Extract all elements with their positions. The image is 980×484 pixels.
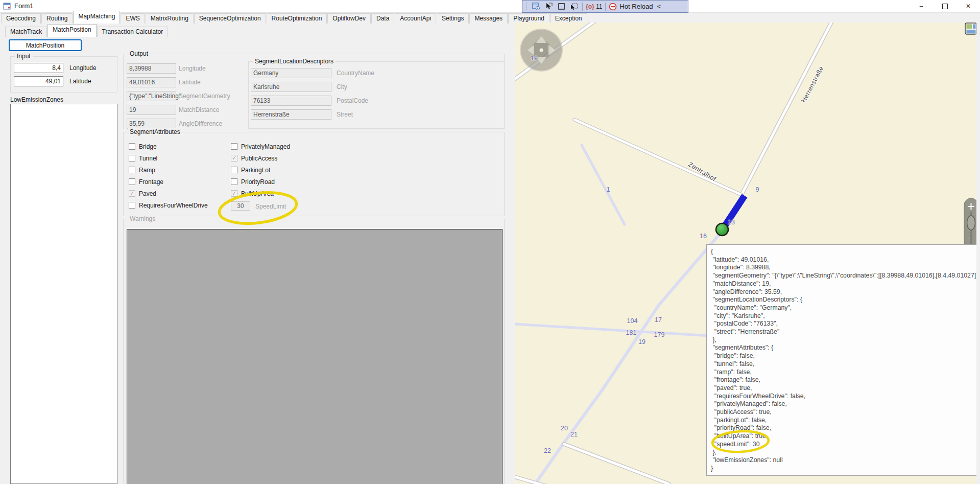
tab-optiflowdev[interactable]: OptiflowDev bbox=[327, 13, 371, 24]
tab-routeoptimization[interactable]: RouteOptimization bbox=[267, 13, 327, 24]
match-position-button[interactable]: MatchPosition bbox=[9, 39, 82, 51]
tab-settings[interactable]: Settings bbox=[437, 13, 469, 24]
map-pan-compass-control[interactable] bbox=[521, 30, 562, 71]
tab-sequenceoptimization[interactable]: SequenceOptimization bbox=[194, 13, 266, 24]
map-number-label-13: 13 bbox=[728, 219, 735, 226]
map-number-label-1: 1 bbox=[607, 186, 610, 193]
map-number-label-21: 21 bbox=[515, 73, 515, 80]
subtab-transaction-calculator[interactable]: Transaction Calculator bbox=[97, 27, 169, 37]
map-tooltip: { "latitude": 49.01016, "longitude": 8.3… bbox=[706, 244, 976, 476]
output-segmentgeometry-label: SegmentGeometry bbox=[179, 93, 230, 100]
hot-reload-disabled-icon bbox=[609, 3, 617, 11]
checkbox-tunnel[interactable] bbox=[129, 155, 135, 162]
checkbox-bridge[interactable] bbox=[129, 143, 135, 150]
checkbox-ramp[interactable] bbox=[129, 167, 135, 173]
map-number-label-19: 19 bbox=[531, 55, 538, 62]
sub-tab-strip: MatchTrackMatchPositionTransaction Calcu… bbox=[5, 26, 169, 37]
map-number-label-21: 21 bbox=[570, 431, 578, 438]
output-latitude-label: Latitude bbox=[179, 79, 201, 86]
checkbox-row-builtuparea: ✓BuiltUpArea bbox=[231, 190, 343, 198]
map-canvas[interactable]: 19211913161041718117919202122Herrenstraß… bbox=[515, 22, 976, 484]
output-matchdistance-field: 19 bbox=[127, 105, 176, 115]
checkbox-publicaccess: ✓ bbox=[231, 155, 237, 162]
map-number-label-181: 181 bbox=[626, 329, 637, 336]
checkbox-label-requiresfourwheeldrive: RequiresFourWheelDrive bbox=[139, 202, 208, 209]
map-number-label-17: 17 bbox=[655, 316, 662, 324]
tab-routing[interactable]: Routing bbox=[41, 13, 73, 24]
tab-matrixrouting[interactable]: MatrixRouting bbox=[146, 13, 194, 24]
main-tab-strip: GeocodingRoutingMapMatchingEWSMatrixRout… bbox=[1, 13, 588, 24]
tab-data[interactable]: Data bbox=[371, 13, 394, 24]
checkbox-privatelymanaged[interactable] bbox=[231, 143, 237, 150]
checkbox-parkinglot[interactable] bbox=[231, 167, 237, 173]
checkbox-label-ramp: Ramp bbox=[139, 167, 155, 174]
map-number-label-20: 20 bbox=[561, 425, 568, 432]
ui-debug-tools-icon[interactable] bbox=[531, 2, 541, 11]
track-focused-element-icon[interactable] bbox=[569, 2, 579, 11]
descriptor-postalcode-field: 76133 bbox=[251, 96, 331, 106]
descriptor-street-label: Street bbox=[337, 111, 353, 118]
checkbox-label-privatelymanaged: PrivatelyManaged bbox=[241, 143, 290, 150]
checkbox-row-requiresfourwheeldrive: RequiresFourWheelDrive bbox=[129, 201, 241, 210]
maximize-button[interactable] bbox=[933, 0, 957, 12]
output-longitude-label: Longitude bbox=[179, 65, 206, 72]
latitude-input[interactable]: 49,01 bbox=[14, 76, 63, 86]
output-longitude-field: 8,39988 bbox=[127, 63, 176, 74]
longitude-input[interactable]: 8,4 bbox=[14, 63, 63, 73]
checkbox-label-tunnel: Tunnel bbox=[139, 155, 157, 162]
matched-position-marker bbox=[716, 223, 728, 236]
checkbox-frontage[interactable] bbox=[129, 178, 135, 185]
low-emission-zones-listbox[interactable] bbox=[10, 104, 117, 484]
checkbox-label-publicaccess: PublicAccess bbox=[241, 155, 277, 162]
checkbox-label-priorityroad: PriorityRoad bbox=[241, 178, 275, 186]
map-number-label-104: 104 bbox=[627, 317, 638, 325]
maximize-icon bbox=[942, 4, 948, 9]
tab-accountapi[interactable]: AccountApi bbox=[395, 13, 436, 24]
low-emission-zones-label: LowEmissionZones bbox=[10, 96, 63, 103]
tab-messages[interactable]: Messages bbox=[469, 13, 508, 24]
tab-ews[interactable]: EWS bbox=[121, 13, 145, 24]
output-angledifference-field: 35,59 bbox=[127, 119, 176, 129]
tab-geocoding[interactable]: Geocoding bbox=[1, 13, 41, 24]
output-groupbox: Output 8,39988Longitude49,01016Latitude{… bbox=[123, 54, 505, 129]
segment-attributes-groupbox: SegmentAttributes BridgeTunnelRampFronta… bbox=[123, 132, 505, 216]
warnings-panel bbox=[127, 229, 503, 484]
title-bar: Form1 – ✕ bbox=[0, 0, 980, 13]
checkbox-row-paved: ✓Paved bbox=[129, 190, 241, 198]
toolbar-separator bbox=[582, 3, 583, 11]
checkbox-label-bridge: Bridge bbox=[139, 143, 157, 150]
checkbox-label-frontage: Frontage bbox=[139, 178, 163, 186]
minimize-button[interactable]: – bbox=[910, 0, 933, 12]
speed-limit-field: 30 bbox=[231, 201, 250, 211]
output-legend: Output bbox=[128, 50, 150, 57]
checkbox-label-paved: Paved bbox=[139, 190, 156, 197]
checkbox-priorityroad[interactable] bbox=[231, 178, 237, 185]
checkbox-requiresfourwheeldrive[interactable] bbox=[129, 202, 135, 209]
subtab-matchposition[interactable]: MatchPosition bbox=[47, 24, 96, 37]
toolbar-collapse-chevron[interactable]: < bbox=[656, 3, 662, 10]
output-segmentgeometry-field: {"type":"LineString" bbox=[127, 91, 176, 101]
descriptor-city-label: City bbox=[337, 83, 347, 90]
breakpoint-counter[interactable]: {o} 11 bbox=[586, 3, 602, 10]
tab-playground[interactable]: Playground bbox=[508, 13, 549, 24]
checkbox-label-parkinglot: ParkingLot bbox=[241, 167, 270, 174]
minimap-toggle-icon[interactable] bbox=[965, 23, 976, 34]
toolbar-grip-handle[interactable] bbox=[525, 2, 528, 11]
tab-mapmatching[interactable]: MapMatching bbox=[73, 11, 120, 24]
display-layout-adorners-icon[interactable] bbox=[557, 2, 566, 11]
select-element-icon[interactable] bbox=[544, 2, 554, 11]
descriptor-street-field: Herrenstraße bbox=[251, 109, 331, 120]
subtab-matchtrack[interactable]: MatchTrack bbox=[5, 27, 47, 37]
form-app-icon bbox=[3, 2, 11, 10]
descriptor-postalcode-label: PostalCode bbox=[337, 97, 368, 104]
output-latitude-field: 49,01016 bbox=[127, 77, 176, 87]
zoom-slider-thumb[interactable] bbox=[967, 216, 975, 230]
close-button[interactable]: ✕ bbox=[957, 0, 980, 12]
map-tooltip-json: { "latitude": 49.01016, "longitude": 8.3… bbox=[711, 248, 976, 473]
tab-exception[interactable]: Exception bbox=[550, 13, 587, 24]
hot-reload-button[interactable]: Hot Reload bbox=[609, 3, 653, 11]
map-zoom-slider[interactable] bbox=[964, 198, 976, 249]
map-number-label-22: 22 bbox=[544, 447, 551, 454]
checkbox-row-publicaccess: ✓PublicAccess bbox=[231, 154, 343, 163]
checkbox-label-builtuparea: BuiltUpArea bbox=[241, 190, 274, 197]
